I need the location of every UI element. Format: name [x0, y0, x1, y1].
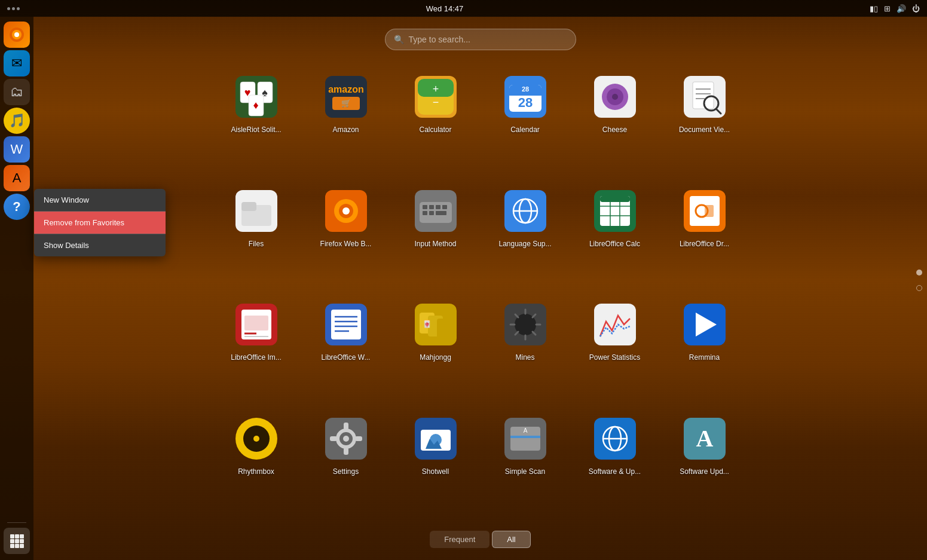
app-item-mines[interactable]: Mines: [487, 296, 564, 404]
app-label-localc: LibreOffice Calc: [589, 240, 640, 248]
topbar: Wed 14:47 ▮▯ ⊞ 🔊 ⏻: [0, 0, 927, 17]
app-icon-shotwell: [412, 415, 460, 463]
topbar-dot-1: [7, 7, 10, 10]
app-item-settings[interactable]: Settings: [307, 410, 385, 518]
app-label-aisleriot: AisleRiot Solit...: [231, 126, 281, 134]
topbar-dot-2: [12, 7, 15, 10]
app-icon-langsup: [501, 187, 549, 235]
svg-text:🛒: 🛒: [341, 98, 351, 108]
app-icon-lodraw: [681, 187, 729, 235]
dock-item-writer[interactable]: W: [4, 136, 30, 163]
app-icon-simplescan: A: [501, 415, 549, 463]
dock-item-firefox[interactable]: [4, 22, 30, 48]
topbar-dots: [7, 7, 20, 10]
svg-rect-11: [20, 544, 24, 548]
app-item-langsup[interactable]: Language Sup...: [487, 182, 564, 290]
app-item-shotwell[interactable]: Shotwell: [397, 410, 475, 518]
power-icon[interactable]: ⏻: [912, 4, 920, 13]
app-item-localc[interactable]: LibreOffice Calc: [576, 182, 654, 290]
app-item-softman[interactable]: Software & Up...: [576, 410, 654, 518]
battery-icon[interactable]: ▮▯: [870, 4, 878, 13]
dock-item-rhythmbox[interactable]: 🎵: [4, 108, 30, 134]
app-item-calendar[interactable]: 2828Calendar: [487, 68, 564, 176]
app-icon-mines: [501, 301, 549, 348]
svg-text:28: 28: [521, 85, 528, 93]
svg-rect-9: [10, 544, 14, 548]
app-item-firefoxweb[interactable]: Firefox Web B...: [307, 182, 385, 290]
app-item-mahjongg[interactable]: 🀄Mahjongg: [397, 296, 475, 404]
app-item-simplescan[interactable]: ASimple Scan: [487, 410, 564, 518]
context-menu-show-details[interactable]: Show Details: [34, 234, 166, 256]
app-label-softman: Software & Up...: [589, 467, 641, 476]
app-label-mines: Mines: [515, 353, 534, 362]
svg-rect-5: [20, 534, 24, 538]
svg-rect-8: [20, 539, 24, 543]
app-icon-firefoxweb: [322, 187, 370, 235]
app-label-firefoxweb: Firefox Web B...: [320, 240, 372, 248]
app-icon-docview: [681, 73, 729, 121]
scroll-dot-empty: [916, 285, 922, 291]
svg-rect-59: [423, 211, 427, 215]
search-placeholder[interactable]: Type to search...: [409, 35, 567, 44]
topbar-datetime: Wed 14:47: [426, 4, 464, 13]
svg-text:amazon: amazon: [328, 84, 364, 94]
app-item-files[interactable]: Files: [218, 182, 295, 290]
main-content: 🔍 Type to search... ♥♠♦AisleRiot Solit..…: [33, 17, 927, 560]
svg-rect-72: [600, 196, 630, 202]
app-icon-powerstat: [591, 301, 639, 348]
dock-item-thunderbird[interactable]: ✉: [4, 50, 30, 76]
app-label-powerstat: Power Statistics: [589, 353, 640, 362]
app-item-rhythmbox[interactable]: Rhythmbox: [218, 410, 295, 518]
dock-item-show-apps[interactable]: [4, 528, 30, 554]
app-item-input[interactable]: Input Method: [397, 182, 475, 290]
dock-item-software[interactable]: A: [4, 165, 30, 191]
tab-all[interactable]: All: [492, 531, 530, 548]
svg-rect-115: [355, 436, 362, 441]
app-icon-aisleriot: ♥♠♦: [232, 73, 280, 121]
svg-text:♦: ♦: [253, 99, 258, 111]
app-label-loimpress: LibreOffice Im...: [231, 353, 281, 362]
app-icon-amazon: amazon🛒: [322, 73, 370, 121]
scroll-indicators: [916, 270, 922, 291]
svg-rect-10: [15, 544, 19, 548]
svg-rect-76: [705, 205, 714, 217]
svg-point-111: [343, 436, 349, 442]
app-label-calendar: Calendar: [510, 126, 540, 134]
app-item-lowriter[interactable]: LibreOffice W...: [307, 296, 385, 404]
app-item-calculator[interactable]: +−Calculator: [397, 68, 475, 176]
app-item-lodraw[interactable]: LibreOffice Dr...: [666, 182, 744, 290]
dock-item-files[interactable]: 🗂: [4, 79, 30, 105]
topbar-dot-3: [17, 7, 20, 10]
tab-frequent[interactable]: Frequent: [430, 531, 489, 548]
svg-point-38: [612, 94, 618, 100]
svg-point-2: [14, 32, 19, 37]
app-icon-calendar: 2828: [501, 73, 549, 121]
app-item-remmina[interactable]: Remmina: [666, 296, 744, 404]
topbar-right: ▮▯ ⊞ 🔊 ⏻: [870, 4, 920, 13]
app-label-lodraw: LibreOffice Dr...: [680, 240, 729, 248]
svg-rect-56: [429, 205, 434, 209]
network-icon[interactable]: ⊞: [884, 4, 891, 13]
app-item-softupd[interactable]: ASoftware Upd...: [666, 410, 744, 518]
app-icon-files: [232, 187, 280, 235]
app-label-settings: Settings: [333, 467, 359, 476]
app-icon-localc: [591, 187, 639, 235]
dock: ✉ 🗂 🎵 W A ?: [0, 17, 33, 560]
dock-item-help[interactable]: ?: [4, 194, 30, 220]
svg-text:🀄: 🀄: [422, 319, 431, 328]
app-item-cheese[interactable]: Cheese: [576, 68, 654, 176]
svg-rect-3: [10, 534, 14, 538]
context-menu-remove-favorites[interactable]: Remove from Favorites: [34, 212, 166, 234]
app-item-amazon[interactable]: amazon🛒Amazon: [307, 68, 385, 176]
app-grid: ♥♠♦AisleRiot Solit...amazon🛒Amazon+−Calc…: [194, 62, 767, 524]
svg-rect-114: [330, 436, 337, 441]
app-item-powerstat[interactable]: Power Statistics: [576, 296, 654, 404]
app-item-loimpress[interactable]: LibreOffice Im...: [218, 296, 295, 404]
app-icon-cheese: [591, 73, 639, 121]
app-item-aisleriot[interactable]: ♥♠♦AisleRiot Solit...: [218, 68, 295, 176]
search-bar[interactable]: 🔍 Type to search...: [385, 29, 576, 50]
context-menu-new-window[interactable]: New Window: [34, 189, 166, 211]
app-label-amazon: Amazon: [332, 126, 359, 134]
volume-icon[interactable]: 🔊: [897, 4, 906, 13]
app-item-docview[interactable]: Document Vie...: [666, 68, 744, 176]
